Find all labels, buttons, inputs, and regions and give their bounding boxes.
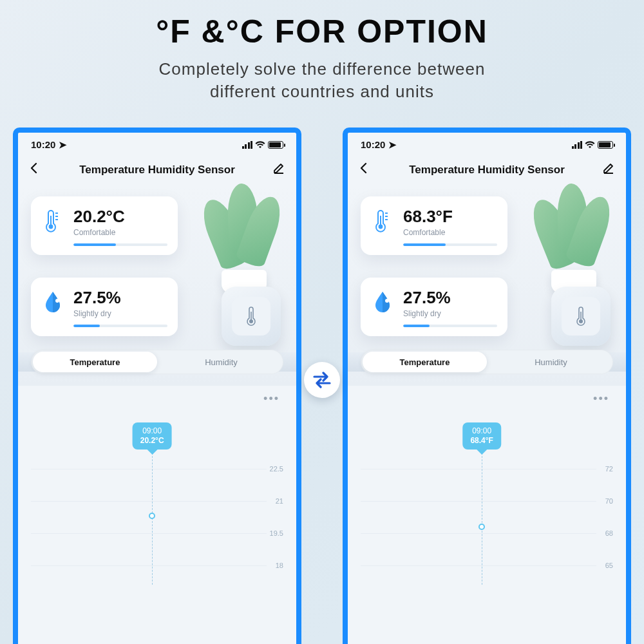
edit-button[interactable] [596, 162, 614, 177]
droplet-icon [372, 290, 393, 314]
location-icon: ➤ [59, 139, 67, 150]
cellular-icon [242, 141, 253, 149]
chevron-left-icon [30, 162, 39, 174]
phone-celsius: 10:20 ➤ Temperature Humidity Sensor [13, 128, 301, 644]
tooltip-value: 68.4°F [470, 436, 493, 446]
chart-datapoint [149, 513, 155, 519]
status-time: 10:20 ➤ [31, 139, 67, 151]
y-tick: 72 [605, 465, 613, 473]
location-icon: ➤ [388, 139, 397, 150]
chart-segment: Temperature Humidity [361, 350, 613, 374]
y-tick: 21 [276, 497, 283, 505]
tooltip-time: 09:00 [470, 426, 493, 436]
thermometer-icon [574, 305, 588, 327]
thermometer-icon [373, 208, 392, 234]
temperature-chart: 72 70 68 65 09:00 68.4°F [361, 411, 613, 585]
back-button[interactable] [30, 162, 48, 177]
status-right [572, 141, 614, 149]
tab-humidity[interactable]: Humidity [489, 350, 613, 374]
back-button[interactable] [359, 162, 377, 177]
svg-rect-3 [50, 216, 52, 226]
tooltip-time: 09:00 [140, 426, 164, 436]
sensor-scene: 68.3°F Comfortable 27.5% Slightly dry Te… [348, 186, 626, 386]
humidity-card[interactable]: 27.5% Slightly dry [31, 278, 178, 336]
y-tick: 70 [605, 497, 613, 505]
page-heading: °F &°C FOR OPTION [0, 0, 644, 50]
humidity-status: Slightly dry [403, 309, 497, 318]
y-tick: 18 [276, 562, 283, 569]
svg-point-15 [385, 299, 389, 303]
status-right [242, 141, 284, 149]
temperature-value: 20.2°C [73, 207, 167, 227]
temperature-bar [403, 243, 497, 246]
temperature-chart: 22.5 21 19.5 18 09:00 20.2°C [31, 411, 283, 585]
temperature-status: Comfortable [73, 228, 167, 237]
thermometer-icon [244, 305, 258, 327]
tab-humidity[interactable]: Humidity [159, 350, 283, 374]
humidity-bar [403, 325, 497, 327]
wifi-icon [255, 141, 265, 149]
temperature-bar [73, 243, 167, 246]
wifi-icon [585, 141, 595, 149]
chart-cursor-line [482, 450, 482, 585]
subheading-line-2: different countries and units [210, 82, 434, 101]
temperature-value: 68.3°F [403, 207, 497, 227]
thermometer-icon [43, 208, 62, 234]
chart-tooltip: 09:00 68.4°F [462, 422, 500, 450]
svg-rect-11 [380, 216, 381, 226]
app-title: Temperature Humidity Sensor [377, 164, 596, 176]
humidity-bar [73, 325, 167, 327]
app-title: Temperature Humidity Sensor [48, 164, 267, 176]
humidity-card[interactable]: 27.5% Slightly dry [361, 278, 507, 336]
y-tick: 65 [605, 562, 613, 569]
pencil-icon [603, 162, 614, 174]
page-subheading: Completely solve the difference between … [0, 58, 644, 103]
status-bar: 10:20 ➤ [18, 133, 296, 157]
swap-units-icon [304, 362, 340, 398]
chart-segment: Temperature Humidity [31, 350, 283, 374]
svg-point-7 [55, 299, 59, 303]
chart-tooltip: 09:00 20.2°C [133, 422, 172, 450]
pencil-icon [273, 162, 285, 174]
y-tick: 22.5 [270, 465, 283, 473]
subheading-line-1: Completely solve the difference between [159, 59, 486, 79]
device-illustration [222, 287, 281, 346]
phone-fahrenheit: 10:20 ➤ Temperature Humidity Sensor [343, 128, 631, 644]
temperature-card[interactable]: 68.3°F Comfortable [361, 196, 507, 255]
humidity-status: Slightly dry [73, 309, 167, 318]
edit-button[interactable] [267, 162, 285, 177]
more-button[interactable]: ••• [18, 386, 296, 406]
cellular-icon [572, 141, 583, 149]
y-tick: 19.5 [270, 529, 283, 537]
battery-icon [598, 141, 613, 149]
battery-icon [268, 141, 283, 149]
sensor-scene: 20.2°C Comfortable 27.5% Slightly dry Te… [18, 186, 296, 386]
chart-datapoint [478, 524, 485, 530]
device-illustration [551, 287, 611, 346]
tab-temperature[interactable]: Temperature [33, 352, 157, 372]
humidity-value: 27.5% [73, 288, 167, 308]
y-tick: 68 [605, 529, 613, 537]
temperature-status: Comfortable [403, 228, 497, 237]
droplet-icon [43, 290, 63, 314]
more-button[interactable]: ••• [348, 386, 626, 406]
chevron-left-icon [359, 162, 368, 174]
temperature-card[interactable]: 20.2°C Comfortable [31, 196, 178, 255]
svg-rect-9 [580, 312, 582, 321]
status-bar: 10:20 ➤ [348, 133, 626, 157]
svg-rect-1 [251, 312, 252, 321]
humidity-value: 27.5% [403, 288, 497, 308]
status-time: 10:20 ➤ [361, 139, 397, 151]
tab-temperature[interactable]: Temperature [363, 352, 487, 372]
tooltip-value: 20.2°C [140, 436, 164, 446]
